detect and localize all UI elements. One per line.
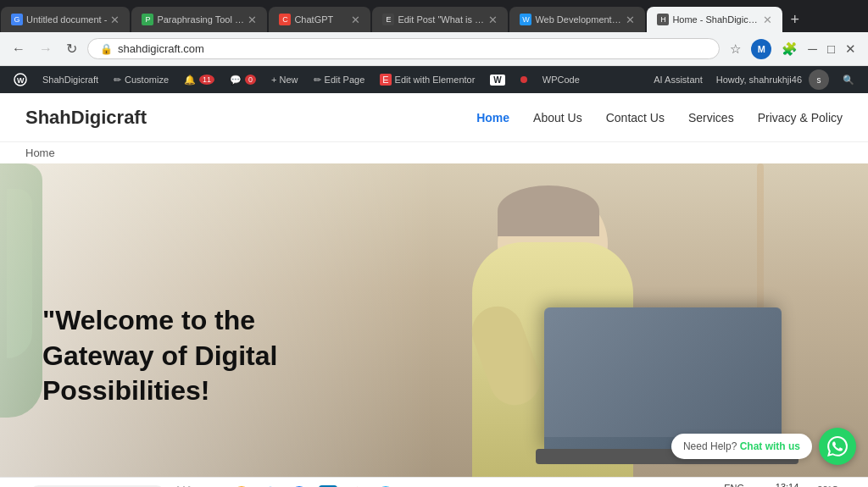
wp-site-name[interactable]: ShahDigicraft	[36, 66, 105, 93]
wp-site-label: ShahDigicraft	[42, 75, 98, 85]
wp-edit-page-label: Edit Page	[325, 75, 365, 85]
profile-button[interactable]: M	[748, 36, 775, 63]
nav-bar: ← → ↻ 🔒 shahdigicraft.com ☆ M 🧩 ─ □ ✕	[0, 32, 868, 66]
wp-admin-bar: W ShahDigicraft ✏ Customize 🔔 11 💬 0 + N…	[0, 66, 868, 93]
wp-comments[interactable]: 💬 0	[223, 66, 263, 93]
reload-button[interactable]: ↻	[63, 39, 81, 58]
browser-nav-actions: ☆ M 🧩 ─ □ ✕	[726, 36, 860, 63]
wp-new[interactable]: + New	[264, 66, 305, 93]
minimize-button[interactable]: ─	[804, 38, 821, 59]
wp-howdy[interactable]: Howdy, shahrukhji46 s	[709, 66, 836, 93]
tab1-label: Untitled document -	[26, 14, 107, 25]
wp-updates[interactable]: 🔔 11	[177, 66, 221, 93]
new-tab-button[interactable]: +	[783, 7, 806, 32]
bookmark-button[interactable]: ☆	[726, 38, 744, 60]
wp-red-dot	[514, 66, 534, 93]
chat-need-text: Need Help?	[683, 440, 737, 452]
wp-user-avatar: s	[809, 69, 829, 90]
hero-section: "Welcome to the Gateway of Digital Possi…	[0, 163, 868, 477]
language-indicator[interactable]: ENG IN	[724, 482, 744, 487]
tab-bar: G Untitled document - ✕ P Paraphrasing T…	[0, 0, 868, 32]
extensions-button[interactable]: 🧩	[778, 38, 801, 60]
taskbar-icon-facebook[interactable]	[287, 483, 311, 488]
search-icon: 🔍	[843, 75, 854, 86]
tab-3[interactable]: C ChatGPT ✕	[269, 7, 370, 32]
tab1-close[interactable]: ✕	[110, 14, 120, 26]
tab-2[interactable]: P Paraphrasing Tool - C ✕	[131, 7, 267, 32]
tab2-favicon: P	[142, 14, 153, 25]
comments-count: 0	[245, 75, 256, 85]
close-window-button[interactable]: ✕	[842, 38, 860, 60]
taskbar-icon-2[interactable]: 📁	[201, 483, 225, 488]
tab6-close[interactable]: ✕	[763, 14, 772, 26]
maximize-button[interactable]: □	[824, 38, 838, 59]
svg-text:W: W	[17, 76, 25, 85]
tab1-favicon: G	[11, 14, 23, 25]
tab3-close[interactable]: ✕	[351, 14, 360, 26]
tab-4[interactable]: E Edit Post "What is W... ✕	[372, 7, 508, 32]
tab5-close[interactable]: ✕	[626, 14, 635, 26]
breadcrumb-home[interactable]: Home	[25, 147, 55, 159]
chat-bubble: Need Help? Chat with us	[671, 434, 812, 459]
address-bar[interactable]: 🔒 shahdigicraft.com	[87, 38, 720, 59]
browser-chrome: G Untitled document - ✕ P Paraphrasing T…	[0, 0, 868, 66]
wp-ai-assistant[interactable]: AI Assistant	[647, 66, 709, 93]
lang-text: ENG	[724, 482, 744, 487]
person-hair	[498, 185, 599, 236]
status-dot	[520, 76, 527, 83]
temperature: 32°C	[817, 484, 839, 488]
hero-text-container: "Welcome to the Gateway of Digital Possi…	[42, 303, 364, 409]
tab6-label: Home - ShahDigicraft	[672, 14, 760, 25]
profile-avatar: M	[751, 39, 771, 59]
site-navigation: Home About Us Contact Us Services Privac…	[476, 111, 843, 125]
tab4-favicon: E	[382, 14, 394, 25]
tab6-favicon: H	[657, 14, 669, 25]
back-button[interactable]: ←	[8, 40, 29, 58]
forward-button[interactable]: →	[36, 40, 56, 58]
wp-wpcode[interactable]: WPCode	[536, 66, 587, 93]
wp-logo-small[interactable]: W	[483, 66, 511, 93]
wp-search[interactable]: 🔍	[836, 66, 861, 93]
nav-home[interactable]: Home	[476, 111, 509, 125]
site-content: ShahDigicraft Home About Us Contact Us S…	[0, 93, 868, 477]
whatsapp-icon	[827, 436, 848, 457]
taskbar-icon-linkedin[interactable]	[316, 483, 340, 488]
tab4-close[interactable]: ✕	[488, 14, 498, 26]
taskbar-icon-1[interactable]: 🖼	[172, 483, 196, 488]
wp-admin-right: AI Assistant Howdy, shahrukhji46 s 🔍	[647, 66, 861, 93]
taskbar-icon-chrome[interactable]	[345, 483, 369, 488]
lock-icon: 🔒	[100, 43, 113, 55]
site-header: ShahDigicraft Home About Us Contact Us S…	[0, 93, 868, 142]
weather-info: 32°C Haze	[817, 484, 839, 488]
wordpress-icon: W	[14, 73, 27, 86]
wp-edit-page[interactable]: ✏ Edit Page	[307, 66, 372, 93]
taskbar-icon-3[interactable]	[230, 483, 253, 488]
nav-contact[interactable]: Contact Us	[606, 111, 665, 125]
tab4-label: Edit Post "What is W...	[398, 14, 485, 25]
wp-new-label: + New	[271, 75, 298, 85]
tab2-close[interactable]: ✕	[248, 14, 257, 26]
nav-privacy[interactable]: Privacy & Policy	[758, 111, 843, 125]
tab5-label: Web Development I...	[535, 14, 622, 25]
logo-text: ShahDigicraft	[25, 107, 147, 128]
time-text: 13:14	[751, 481, 798, 487]
tab-5[interactable]: W Web Development I... ✕	[509, 7, 645, 32]
url-text: shahdigicraft.com	[118, 42, 707, 55]
wp-ai-label: AI Assistant	[654, 75, 702, 85]
taskbar-icons: 🖼 📁	[172, 483, 398, 488]
wp-edit-elementor[interactable]: E Edit with Elementor	[373, 66, 481, 93]
whatsapp-button[interactable]	[819, 428, 856, 465]
taskbar-icon-telegram[interactable]	[374, 483, 398, 488]
clock[interactable]: 13:14 30-03-2024	[751, 481, 798, 487]
taskbar-right: ∧ 🔌 📶 🔊 ENG IN 13:14 30-03-2024 ☀ 32°C H…	[659, 481, 858, 487]
wp-customize[interactable]: ✏ Customize	[107, 66, 175, 93]
nav-about[interactable]: About Us	[533, 111, 582, 125]
wp-logo-item[interactable]: W	[7, 66, 34, 93]
tab5-favicon: W	[520, 14, 531, 25]
laptop-display	[544, 307, 782, 437]
updates-count: 11	[199, 75, 214, 85]
tab-1[interactable]: G Untitled document - ✕	[1, 7, 130, 32]
taskbar-icon-edge[interactable]	[259, 483, 282, 488]
tab-6[interactable]: H Home - ShahDigicraft ✕	[647, 7, 782, 32]
nav-services[interactable]: Services	[688, 111, 734, 125]
